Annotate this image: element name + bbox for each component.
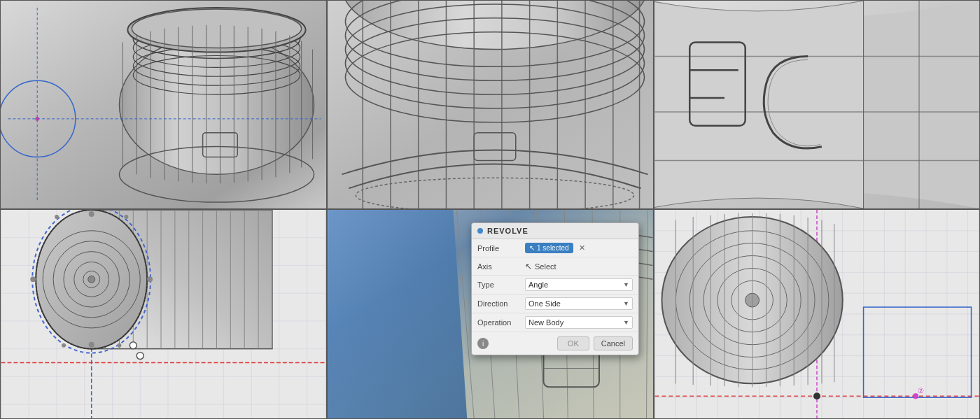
dialog-row-profile: Profile ↖ 1 selected ✕ [472,239,638,257]
viewport-bottom-center[interactable]: REVOLVE Profile ↖ 1 selected ✕ Axis ↖ [327,209,654,419]
viewport-bottom-right[interactable]: ② [654,209,980,419]
operation-label: Operation [477,318,525,327]
profile-clear-button[interactable]: ✕ [579,243,585,253]
cursor-select-icon: ↖ [525,262,532,271]
profile-label: Profile [477,244,525,253]
dialog-dot-icon [477,228,483,234]
viewport-top-right[interactable] [654,0,980,209]
axis-select-text: Select [535,262,556,271]
svg-point-107 [62,343,66,348]
cursor-icon: ↖ [529,244,535,252]
direction-dropdown[interactable]: One Side ▼ [525,297,633,310]
axis-value: ↖ Select [525,262,633,271]
operation-dropdown-text: New Body [528,318,564,327]
svg-point-106 [147,276,153,282]
viewport-top-left[interactable] [0,0,327,209]
operation-dropdown-arrow: ▼ [623,319,629,326]
operation-dropdown[interactable]: New Body ▼ [525,316,633,329]
axis-select-button[interactable]: ↖ Select [525,262,556,271]
type-value: Angle ▼ [525,278,633,291]
svg-point-109 [55,215,59,219]
dialog-row-direction: Direction One Side ▼ [472,294,638,313]
dialog-row-operation: Operation New Body ▼ [472,313,638,332]
ok-button[interactable]: OK [557,336,589,350]
svg-point-111 [130,342,136,349]
svg-point-108 [117,343,121,348]
svg-point-1 [119,36,314,175]
dialog-footer: i OK Cancel [472,332,638,355]
type-dropdown[interactable]: Angle ▼ [525,278,633,291]
main-grid: REVOLVE Profile ↖ 1 selected ✕ Axis ↖ [0,0,980,419]
type-dropdown-text: Angle [528,280,548,289]
direction-dropdown-text: One Side [528,299,561,308]
type-label: Type [477,280,525,289]
svg-point-105 [30,276,36,282]
svg-point-104 [89,211,94,217]
revolve-dialog: REVOLVE Profile ↖ 1 selected ✕ Axis ↖ [471,222,639,355]
info-button[interactable]: i [477,338,489,349]
viewport-top-center[interactable] [327,0,654,209]
operation-value: New Body ▼ [525,316,633,329]
type-dropdown-arrow: ▼ [623,281,629,288]
cancel-button[interactable]: Cancel [594,336,633,350]
profile-selected-badge[interactable]: ↖ 1 selected [525,243,573,253]
axis-label: Axis [477,262,525,271]
svg-point-100 [88,276,95,283]
dialog-title-bar: REVOLVE [472,223,638,239]
dialog-title: REVOLVE [487,227,528,235]
svg-point-171 [813,392,820,399]
direction-dropdown-arrow: ▼ [623,300,629,307]
direction-value: One Side ▼ [525,297,633,310]
svg-point-112 [136,353,144,360]
svg-point-103 [89,342,94,348]
viewport-bottom-left[interactable] [0,209,327,419]
svg-point-110 [124,215,128,219]
dialog-row-type: Type Angle ▼ [472,276,638,294]
dialog-row-axis: Axis ↖ Select [472,257,638,276]
profile-value: ↖ 1 selected ✕ [525,243,633,253]
profile-badge-text: 1 selected [537,244,569,252]
dialog-buttons: OK Cancel [557,336,633,350]
svg-text:②: ② [918,387,924,395]
direction-label: Direction [477,299,525,308]
